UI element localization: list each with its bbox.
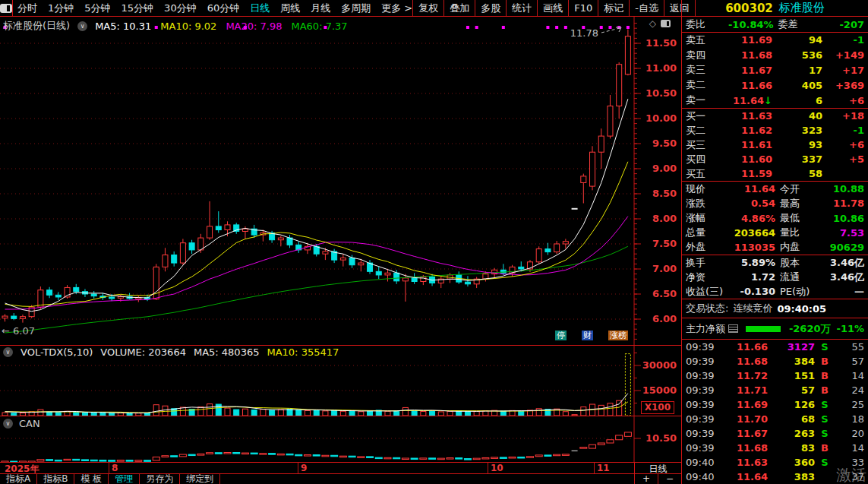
period-menu-item[interactable]: 月线 — [311, 2, 330, 15]
ask-row[interactable]: 卖二 11.66 405 +369 — [682, 78, 868, 93]
zoom-in-button[interactable]: + — [634, 474, 658, 484]
tick-price: 11.69 — [718, 399, 768, 410]
tick-volume: 3127 — [768, 341, 815, 353]
tick-price: 11.67 — [718, 428, 768, 439]
chevron-down-icon[interactable]: ∨ — [3, 419, 13, 429]
tick-price: 11.63 — [718, 457, 768, 468]
chevron-down-icon[interactable]: ∨ — [77, 21, 87, 31]
tick-row[interactable]: 09:39 11.72 151 B 14 — [682, 369, 868, 383]
stat-label-1: 涨跌 — [686, 197, 718, 210]
ask-row[interactable]: 卖五 11.69 94 -1 — [682, 33, 868, 48]
panel-toggle-icon[interactable] — [0, 0, 12, 16]
period-menu-item[interactable]: 1分钟 — [48, 2, 74, 15]
tick-row[interactable]: 09:39 11.68 384 B 57 — [682, 354, 868, 369]
tick-row[interactable]: 09:39 11.67 263 S 20 — [682, 426, 868, 441]
period-menu-item[interactable]: 周线 — [280, 2, 300, 15]
tool-menu-item[interactable]: 多股 — [475, 0, 506, 16]
ask-volume: 17 — [772, 65, 822, 76]
weicha-value: -207 — [807, 19, 865, 30]
volume-pane[interactable]: 3000015000 ∨ VOL-TDX(5,10) VOLUME: 20366… — [0, 345, 681, 416]
period-menu-item[interactable]: 5分钟 — [84, 2, 110, 15]
period-menu-item[interactable]: 分时 — [17, 2, 37, 15]
bottom-tab[interactable]: 指标A — [0, 474, 37, 484]
tool-menu-item[interactable]: 画线 — [537, 0, 568, 16]
ask-delta: -1 — [822, 34, 864, 46]
stat-row: 涨跌 0.54 最高 11.78 — [682, 196, 868, 210]
tick-row[interactable]: 09:39 11.71 57 B 24 — [682, 383, 868, 397]
tool-menu-item[interactable]: 复权 — [412, 0, 443, 16]
chevron-down-icon[interactable]: ∨ — [3, 347, 13, 357]
bottom-tab[interactable]: 另存为 — [140, 474, 180, 484]
tick-time: 09:39 — [686, 384, 718, 396]
tick-row[interactable]: 09:39 11.68 83 B 14 — [682, 441, 868, 455]
period-menu-item[interactable]: 日线 — [250, 2, 270, 15]
list-icon[interactable] — [728, 324, 738, 333]
finance-value-2: 3.46亿 — [816, 270, 864, 284]
bottom-tab[interactable]: 模 板 — [74, 474, 109, 484]
diamond-icon[interactable]: ◇ — [649, 18, 656, 29]
info-badge[interactable]: 财 — [582, 331, 593, 340]
tool-menu-item[interactable]: 统计 — [506, 0, 537, 16]
finance-label-2: 股本 — [775, 256, 816, 270]
zoom-buttons: + − — [634, 474, 681, 484]
ask-row[interactable]: 卖一 11.64↓ 6 +6 — [682, 93, 868, 108]
can-chart[interactable]: 10.50 — [0, 416, 681, 463]
chart-title: 标准股份(日线) — [3, 19, 70, 33]
svg-text:6.00: 6.00 — [652, 313, 677, 324]
candlestick-chart[interactable]: 11.5011.0010.5010.009.509.008.508.007.50… — [0, 17, 681, 345]
svg-text:11.00: 11.00 — [645, 62, 677, 74]
tick-price: 11.68 — [718, 356, 768, 367]
vol-ma10-label: MA10: 355417 — [267, 346, 339, 358]
bid-row[interactable]: 买三 11.61 93 +6 — [682, 138, 868, 152]
stat-row: 总量 203664 量比 7.53 — [682, 226, 868, 240]
ask-volume: 94 — [772, 34, 822, 46]
bottom-tab[interactable]: 绑定到 — [180, 474, 220, 484]
can-indicator-pane[interactable]: 10.50 ∨ CAN — [0, 416, 681, 462]
tool-menu-item[interactable]: 叠加 — [443, 0, 475, 16]
bid-row[interactable]: 买四 11.60 337 +5 — [682, 152, 868, 166]
info-badge[interactable]: 涨榜 — [608, 331, 628, 340]
zoom-out-button[interactable]: − — [658, 474, 681, 484]
stat-label-2: 今开 — [775, 182, 813, 196]
tool-menu-item[interactable]: -自选 — [629, 0, 664, 16]
bottom-tab[interactable]: 指标B — [37, 474, 74, 484]
svg-text:10.00: 10.00 — [645, 112, 677, 124]
tick-row[interactable]: 09:39 11.66 3127 S 55 — [682, 340, 868, 354]
bottom-tab[interactable]: 管理 — [109, 474, 140, 484]
info-badge[interactable]: 停 — [555, 331, 567, 340]
period-menu-item[interactable]: 15分钟 — [122, 2, 154, 15]
period-menu-item[interactable]: 多周期 — [341, 2, 371, 15]
tool-menu-item[interactable]: F10 — [568, 0, 598, 16]
ask-row[interactable]: 卖三 11.67 17 +17 — [682, 63, 868, 78]
tick-volume: 263 — [768, 428, 815, 439]
bid-level-label: 买三 — [686, 138, 715, 152]
quote-stats: 现价 11.64 今开 10.88 涨跌 0.54 最高 11.78 涨幅 4.… — [682, 182, 868, 255]
period-menu: 分时1分钟5分钟15分钟30分钟60分钟日线周线月线多周期更多 > — [12, 0, 412, 16]
tick-row[interactable]: 09:39 11.69 126 S 25 — [682, 397, 868, 412]
tick-row[interactable]: 09:39 11.70 68 S 18 — [682, 412, 868, 426]
weibi-value: -10.84% — [716, 19, 774, 30]
period-menu-item[interactable]: 60分钟 — [207, 2, 240, 15]
bid-row[interactable]: 买二 11.62 323 -1 — [682, 123, 868, 138]
vol-ma5-label: MA5: 480365 — [194, 346, 260, 358]
period-menu-item[interactable]: 更多 > — [381, 2, 412, 15]
bid-row[interactable]: 买五 11.59 58 — [682, 166, 868, 181]
bid-row[interactable]: 买一 11.63 40 +18 — [682, 109, 868, 123]
tick-side: B — [815, 384, 835, 396]
svg-text:15000: 15000 — [642, 384, 677, 396]
ask-price: 11.68 — [715, 49, 772, 61]
period-menu-item[interactable]: 30分钟 — [164, 2, 197, 15]
tool-menu-item[interactable]: 标记 — [598, 0, 629, 16]
main-chart[interactable]: 11.5011.0010.5010.009.509.008.508.007.50… — [0, 17, 681, 345]
svg-text:11.78: 11.78 — [570, 27, 598, 39]
period-label[interactable]: 日线 — [634, 463, 681, 473]
quote-panel: 600302 标准股份 委比 -10.84% 委差 -207 卖五 11.69 … — [681, 0, 868, 484]
finance-value-2: — — [816, 286, 864, 297]
bid-level-label: 买四 — [686, 153, 715, 166]
ask-row[interactable]: 卖四 11.68 536 +149 — [682, 48, 868, 63]
time-axis-cells: 2025年891011 — [0, 463, 634, 473]
finance-value-1: 1.72 — [734, 271, 775, 283]
finance-value-1: -0.130 — [734, 286, 775, 297]
split-panel-icon[interactable] — [661, 20, 671, 27]
bid-volume: 337 — [772, 153, 822, 165]
